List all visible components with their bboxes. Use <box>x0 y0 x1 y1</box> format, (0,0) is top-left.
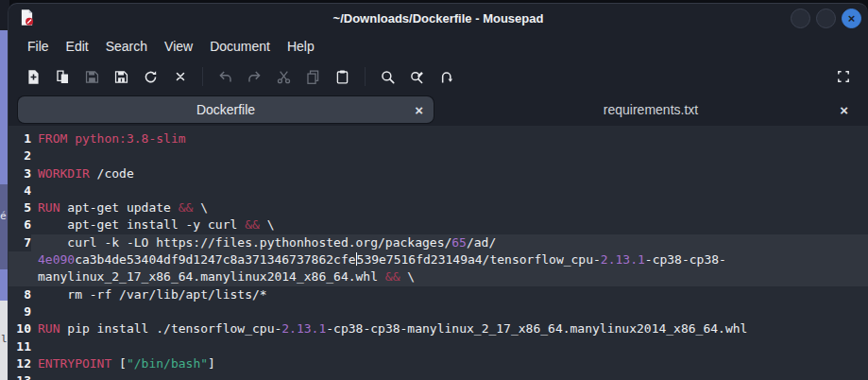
line-number <box>9 251 31 268</box>
code-line: 10RUN pip install ./tensorflow_cpu-2.13.… <box>9 320 868 337</box>
window-title: ~/Downloads/Dockerfile - Mousepad <box>333 11 544 26</box>
code-text: 4e090ca3b4de53404df9d1247c8a371346737862… <box>31 251 868 268</box>
code-text: FROM python:3.8-slim <box>31 130 868 147</box>
screen: él ~/Downloads/Dockerfile - Mousepad × F… <box>0 0 868 380</box>
tabbar: Dockerfile×requirements.txt× <box>9 95 868 126</box>
close-document-icon <box>174 70 187 83</box>
code-line: 6 apt-get install -y curl && \ <box>9 216 868 233</box>
fullscreen-button[interactable] <box>828 63 858 90</box>
code-line: manylinux_2_17_x86_64.manylinux2014_x86_… <box>9 268 868 285</box>
line-number: 10 <box>9 320 31 337</box>
toolbar-separator <box>365 67 366 86</box>
close-document-button[interactable] <box>165 63 195 90</box>
save-as-button[interactable] <box>107 63 136 90</box>
go-to-line-button[interactable] <box>432 63 461 90</box>
line-number: 13 <box>9 372 31 380</box>
find-icon <box>380 69 396 85</box>
menu-item-edit[interactable]: Edit <box>58 36 97 57</box>
reload-icon <box>143 69 159 85</box>
copy-button <box>298 63 328 90</box>
line-number: 3 <box>9 165 31 182</box>
code-line: 5RUN apt-get update && \ <box>9 199 868 216</box>
new-document-button[interactable] <box>19 63 48 90</box>
reload-button[interactable] <box>136 63 165 90</box>
code-line: 9 <box>9 303 868 320</box>
tab-requirements-txt[interactable]: requirements.txt× <box>443 96 859 123</box>
line-number: 1 <box>9 130 31 147</box>
menu-item-view[interactable]: View <box>156 36 201 57</box>
code-text <box>31 182 868 199</box>
line-number: 11 <box>9 338 31 355</box>
background-window-fragment: é <box>0 210 7 222</box>
toolbar-separator <box>202 67 203 86</box>
code-line: 12ENTRYPOINT ["/bin/bash"] <box>9 355 868 372</box>
tab-close-button[interactable]: × <box>415 103 423 117</box>
fullscreen-icon <box>836 69 851 84</box>
cut-icon <box>276 69 292 85</box>
save-icon <box>84 69 100 85</box>
code-text <box>31 338 868 355</box>
code-line: 11 <box>9 338 868 355</box>
find-and-replace-icon <box>409 69 425 85</box>
undo-button <box>211 63 240 90</box>
line-number: 6 <box>9 216 31 233</box>
go-to-line-icon <box>438 69 454 85</box>
tab-label: Dockerfile <box>196 102 255 117</box>
menu-item-help[interactable]: Help <box>279 36 323 57</box>
code-text: curl -k -LO https://files.pythonhosted.o… <box>31 234 868 251</box>
code-text <box>31 147 868 164</box>
code-text: ENTRYPOINT ["/bin/bash"] <box>31 355 868 372</box>
cut-button <box>269 63 298 90</box>
tab-label: requirements.txt <box>604 102 698 117</box>
menu-item-search[interactable]: Search <box>97 36 156 57</box>
titlebar[interactable]: ~/Downloads/Dockerfile - Mousepad × <box>9 4 868 33</box>
redo-button <box>240 63 269 90</box>
editor[interactable]: 1FROM python:3.8-slim23WORKDIR /code45RU… <box>9 126 868 380</box>
line-number: 7 <box>9 234 31 251</box>
menu-item-file[interactable]: File <box>19 36 58 57</box>
copy-icon <box>305 69 321 85</box>
undo-icon <box>217 69 233 85</box>
code-line: 4 <box>9 182 868 199</box>
code-text: WORKDIR /code <box>31 165 868 182</box>
redo-icon <box>247 69 263 85</box>
menu-item-document[interactable]: Document <box>201 36 279 57</box>
menubar: FileEditSearchViewDocumentHelp <box>9 33 868 59</box>
background-window-fragment: l <box>1 333 8 345</box>
line-number: 9 <box>9 303 31 320</box>
code-text: RUN apt-get update && \ <box>31 199 868 216</box>
code-text: apt-get install -y curl && \ <box>31 216 868 233</box>
mousepad-window: ~/Downloads/Dockerfile - Mousepad × File… <box>8 3 868 380</box>
line-number: 2 <box>9 147 31 164</box>
find-button[interactable] <box>373 63 402 90</box>
code-text: rm -rf /var/lib/apt/lists/* <box>31 286 868 303</box>
mousepad-app-icon <box>18 9 36 30</box>
paste-button[interactable] <box>328 63 357 90</box>
line-number: 12 <box>9 355 31 372</box>
open-document-icon <box>55 69 71 85</box>
code-line: 13 <box>9 372 868 380</box>
line-number: 5 <box>9 199 31 216</box>
code-line: 3WORKDIR /code <box>9 165 868 182</box>
code-line: 2 <box>9 147 868 164</box>
find-and-replace-button[interactable] <box>402 63 432 90</box>
code-text: RUN pip install ./tensorflow_cpu-2.13.1-… <box>31 320 868 337</box>
line-number <box>9 268 31 285</box>
code-line: 8 rm -rf /var/lib/apt/lists/* <box>9 286 868 303</box>
code-line: 1FROM python:3.8-slim <box>9 130 868 147</box>
line-number: 4 <box>9 182 31 199</box>
toolbar <box>9 59 868 95</box>
code-text <box>31 303 868 320</box>
code-text: manylinux_2_17_x86_64.manylinux2014_x86_… <box>31 268 868 285</box>
code-text <box>31 372 868 380</box>
tab-dockerfile[interactable]: Dockerfile× <box>18 96 434 123</box>
window-minimize-button[interactable] <box>791 9 810 28</box>
window-close-button[interactable]: × <box>842 9 861 28</box>
window-maximize-button[interactable] <box>816 9 836 28</box>
save-button <box>77 63 107 90</box>
save-as-icon <box>113 69 129 85</box>
open-document-button[interactable] <box>48 63 77 90</box>
new-document-icon <box>26 69 42 85</box>
tab-close-button[interactable]: × <box>840 103 848 117</box>
code-line: 7 curl -k -LO https://files.pythonhosted… <box>9 234 868 251</box>
